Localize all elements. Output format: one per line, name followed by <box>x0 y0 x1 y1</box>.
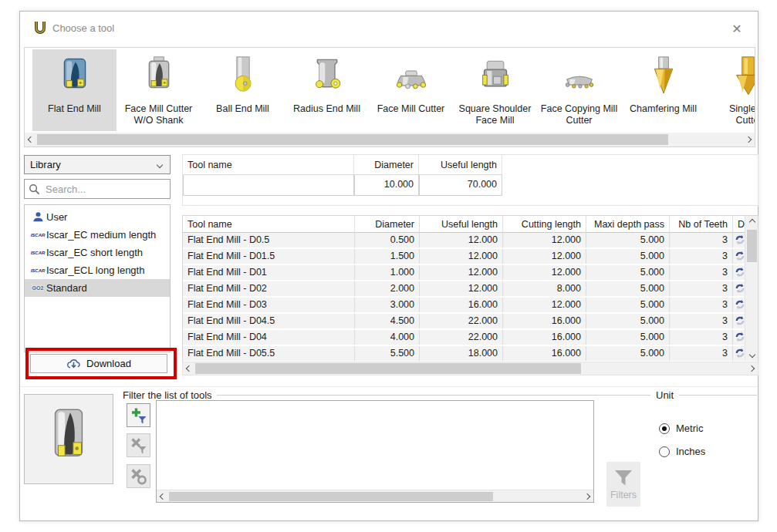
table-row[interactable]: Flat End Mill - D04.5 4.500 22.000 16.00… <box>183 314 758 330</box>
strip-scroll-thumb[interactable] <box>37 134 668 145</box>
library-item-iscar-ecl-long[interactable]: ISCAR Iscar_ECL long length <box>25 261 170 279</box>
remove-filter-button[interactable] <box>127 433 150 457</box>
col-maxi-depth-pass[interactable]: Maxi depth pass <box>586 216 669 233</box>
cell-useful: 22.000 <box>419 330 502 345</box>
tool-type-strip: Flat End Mill Face Mill Cutter W/O Shank… <box>24 47 755 147</box>
cell-tool-name: Flat End Mill - D03 <box>183 298 354 312</box>
col-useful-length[interactable]: Useful length <box>419 216 502 233</box>
search-icon <box>29 184 40 195</box>
col-direction[interactable]: Di <box>732 216 745 233</box>
tool-type-face-copying-mill-cutter[interactable]: Face Copying Mill Cutter <box>537 49 621 131</box>
library-item-iscar-ec-medium[interactable]: ISCAR Iscar_EC medium length <box>25 226 170 244</box>
criteria-useful-length-value[interactable]: 70.000 <box>419 175 502 196</box>
criteria-tool-name-input[interactable] <box>188 175 349 195</box>
scroll-up-icon[interactable] <box>745 216 758 228</box>
window-title: Choose a tool <box>52 22 114 34</box>
tool-app-icon <box>32 20 48 37</box>
tool-type-face-mill-wo-shank[interactable]: Face Mill Cutter W/O Shank <box>117 49 201 131</box>
table-row[interactable]: Flat End Mill - D01.5 1.500 12.000 12.00… <box>183 249 758 265</box>
scroll-left-icon[interactable] <box>157 490 169 503</box>
unit-group-label: Unit <box>656 389 674 401</box>
tool-type-radius-end-mill[interactable]: Radius End Mill <box>285 49 369 131</box>
library-item-label: Iscar_ECL long length <box>46 264 144 276</box>
close-icon[interactable]: ✕ <box>727 19 747 38</box>
unit-option-metric[interactable]: Metric <box>659 423 703 434</box>
search-input[interactable] <box>44 183 160 196</box>
table-vertical-scrollbar[interactable] <box>745 216 758 361</box>
cell-teeth: 3 <box>669 330 732 345</box>
add-filter-button[interactable] <box>127 403 150 427</box>
library-item-label: User <box>46 211 67 223</box>
strip-scroll-right-icon[interactable] <box>742 133 755 146</box>
cell-teeth: 3 <box>669 346 732 361</box>
table-row[interactable]: Flat End Mill - D0.5 0.500 12.000 12.000… <box>183 233 758 249</box>
tool-type-label: Single-ACutte <box>705 103 755 126</box>
selected-tool-preview-image <box>45 406 93 473</box>
table-body: Flat End Mill - D0.5 0.500 12.000 12.000… <box>183 233 758 361</box>
library-combo-value: Library <box>30 159 61 170</box>
library-item-iscar-ec-short[interactable]: ISCAR Iscar_EC short length <box>25 244 170 261</box>
strip-scrollbar[interactable] <box>25 133 755 146</box>
table-horizontal-scrollbar[interactable] <box>182 362 758 375</box>
cell-maxi: 5.000 <box>586 265 669 280</box>
table-row[interactable]: Flat End Mill - D02 2.000 12.000 8.000 5… <box>183 281 758 298</box>
screenshot-canvas: Choose a tool ✕ Flat End Mill Face Mill … <box>0 0 777 532</box>
tool-type-single-angle-cutter[interactable]: Single-ACutte <box>705 49 755 131</box>
library-item-standard[interactable]: GO2 Standard <box>25 279 170 297</box>
criteria-header-useful-length: Useful length <box>419 155 502 175</box>
flat-end-mill-icon <box>32 51 117 102</box>
filter-list-scroll-thumb[interactable] <box>169 492 493 501</box>
table-row[interactable]: Flat End Mill - D01 1.000 12.000 12.000 … <box>183 265 758 281</box>
clear-filters-button[interactable] <box>127 464 150 488</box>
go2-logo-icon: GO2 <box>29 285 46 291</box>
scroll-down-icon[interactable] <box>745 348 758 361</box>
col-cutting-length[interactable]: Cutting length <box>502 216 586 233</box>
col-diameter[interactable]: Diameter <box>354 216 419 233</box>
tool-type-label: Chamfering Mill <box>621 103 705 115</box>
cell-maxi: 5.000 <box>586 298 669 312</box>
scroll-right-icon[interactable] <box>581 490 593 503</box>
cell-maxi: 5.000 <box>586 233 669 247</box>
download-button[interactable]: Download <box>30 354 167 373</box>
radio-unselected-icon[interactable] <box>659 446 670 457</box>
tool-type-square-shoulder-face-mill[interactable]: Square Shoulder Face Mill <box>453 49 537 131</box>
search-box[interactable] <box>24 179 171 199</box>
cell-cutting: 12.000 <box>502 298 586 312</box>
tool-type-ball-end-mill[interactable]: Ball End Mill <box>201 49 285 131</box>
table-row[interactable]: Flat End Mill - D05.5 5.500 18.000 16.00… <box>183 346 758 361</box>
filters-funnel-icon <box>613 469 633 487</box>
cell-tool-name: Flat End Mill - D01.5 <box>183 249 354 264</box>
vscroll-thumb[interactable] <box>747 230 757 262</box>
col-nb-of-teeth[interactable]: Nb of Teeth <box>669 216 732 233</box>
library-combobox[interactable]: Library <box>24 155 171 174</box>
tool-type-face-mill-cutter[interactable]: Face Mill Cutter <box>369 49 453 131</box>
cell-tool-name: Flat End Mill - D05.5 <box>183 346 354 361</box>
filter-list-scrollbar[interactable] <box>157 490 593 502</box>
col-tool-name[interactable]: Tool name <box>183 216 354 233</box>
ball-end-mill-icon <box>201 51 285 102</box>
table-row[interactable]: Flat End Mill - D04 4.000 22.000 16.000 … <box>183 330 758 346</box>
filter-list[interactable] <box>156 400 594 503</box>
unit-option-inches[interactable]: Inches <box>659 446 705 457</box>
iscar-logo-icon: ISCAR <box>29 268 46 273</box>
table-row[interactable]: Flat End Mill - D03 3.000 16.000 12.000 … <box>183 298 758 314</box>
tool-type-flat-end-mill[interactable]: Flat End Mill <box>32 49 117 131</box>
strip-scroll-left-icon[interactable] <box>25 133 37 146</box>
cell-cutting: 12.000 <box>502 233 586 247</box>
title-bar[interactable]: Choose a tool ✕ <box>20 12 758 45</box>
library-item-user[interactable]: User <box>25 208 170 226</box>
tool-type-items: Flat End Mill Face Mill Cutter W/O Shank… <box>25 49 755 131</box>
scroll-left-icon[interactable] <box>183 362 195 375</box>
unit-option-label: Inches <box>676 446 705 457</box>
scroll-right-icon[interactable] <box>745 362 758 375</box>
filter-group-header: Filter the list of tools <box>123 389 643 401</box>
cell-teeth: 3 <box>669 314 732 328</box>
criteria-diameter-value[interactable]: 10.000 <box>354 175 419 196</box>
cell-diameter: 3.000 <box>354 298 419 312</box>
cell-diameter: 4.000 <box>354 330 419 345</box>
tool-type-chamfering-mill[interactable]: Chamfering Mill <box>621 49 705 131</box>
radio-selected-icon[interactable] <box>659 423 670 434</box>
hscroll-thumb[interactable] <box>195 363 581 374</box>
filters-button[interactable]: Filters <box>606 462 640 507</box>
rotation-direction-icon <box>732 233 745 247</box>
